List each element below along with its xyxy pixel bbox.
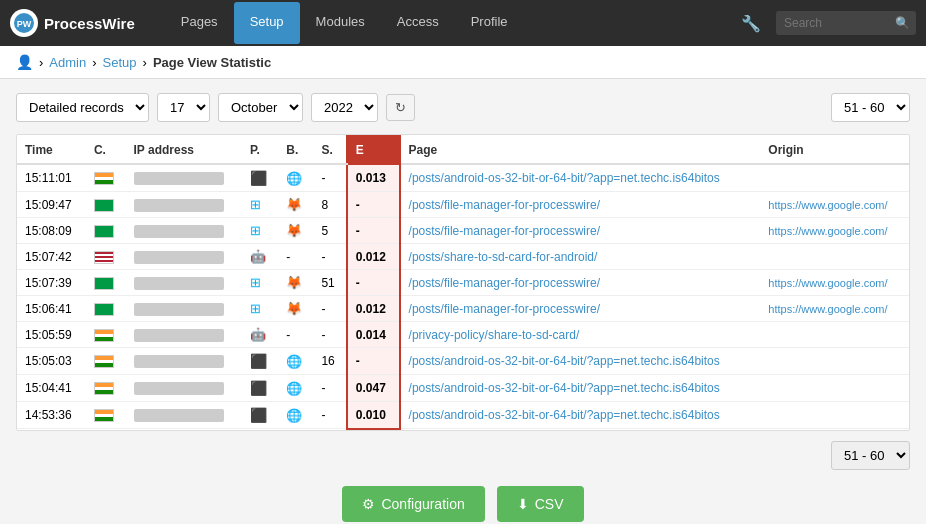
android-icon: ⬛ [250, 407, 267, 423]
cell-platform: ⊞ [242, 192, 278, 218]
ip-address [134, 172, 224, 185]
configuration-button[interactable]: ⚙ Configuration [342, 486, 484, 522]
cell-page[interactable]: /posts/android-os-32-bit-or-64-bit/?app=… [400, 375, 761, 402]
chrome-icon: 🌐 [286, 381, 302, 396]
cell-s: 8 [313, 192, 346, 218]
cell-country [86, 192, 126, 218]
ip-address [134, 303, 224, 316]
nav-modules[interactable]: Modules [300, 2, 381, 44]
col-platform: P. [242, 136, 278, 164]
ip-address [134, 409, 224, 422]
firefox-icon: 🦊 [286, 275, 302, 290]
cell-origin[interactable] [760, 348, 909, 375]
ip-address [134, 382, 224, 395]
day-select[interactable]: 17 [157, 93, 210, 122]
chrome-icon: 🌐 [286, 354, 302, 369]
windows-icon: ⊞ [250, 301, 261, 316]
cell-origin[interactable]: https://www.google.com/ [760, 218, 909, 244]
nav-setup[interactable]: Setup [234, 2, 300, 44]
refresh-button[interactable]: ↻ [386, 94, 415, 121]
pagination-top-right: 51 - 60 1 - 10 11 - 20 21 - 30 31 - 40 4… [831, 93, 910, 122]
firefox-icon: 🦊 [286, 223, 302, 238]
svg-text:PW: PW [17, 19, 32, 29]
cell-country [86, 296, 126, 322]
cell-origin[interactable] [760, 244, 909, 270]
brand: PW ProcessWire [10, 9, 135, 37]
year-select[interactable]: 2022 [311, 93, 378, 122]
csv-button[interactable]: ⬇ CSV [497, 486, 584, 522]
nav-profile[interactable]: Profile [455, 2, 524, 44]
search-wrap: 🔍 [776, 11, 916, 35]
cell-s: - [313, 164, 346, 192]
record-type-select[interactable]: Detailed records Summary [16, 93, 149, 122]
cell-e: 0.012 [347, 296, 400, 322]
cell-browser: - [278, 244, 313, 270]
cell-time: 15:07:42 [17, 244, 86, 270]
bc-current: Page View Statistic [153, 55, 271, 70]
month-select[interactable]: October [218, 93, 303, 122]
col-e: E [347, 136, 400, 164]
navbar: PW ProcessWire Pages Setup Modules Acces… [0, 0, 926, 46]
col-s: S. [313, 136, 346, 164]
nav-pages[interactable]: Pages [165, 2, 234, 44]
cell-origin[interactable] [760, 402, 909, 429]
bottom-bar: ⚙ Configuration ⬇ CSV [16, 486, 910, 525]
nav-links: Pages Setup Modules Access Profile [165, 2, 736, 44]
cell-origin[interactable] [760, 375, 909, 402]
cell-browser: 🦊 [278, 192, 313, 218]
brand-name: ProcessWire [44, 15, 135, 32]
logo-icon: PW [10, 9, 38, 37]
cell-platform: ⬛ [242, 348, 278, 375]
cell-e: - [347, 270, 400, 296]
cell-page[interactable]: /posts/android-os-32-bit-or-64-bit/?app=… [400, 402, 761, 429]
table-wrap: Time C. IP address P. B. S. E Page Origi… [16, 134, 910, 431]
table-row: 15:08:09 ⊞ 🦊 5 - /posts/file-manager-for… [17, 218, 909, 244]
nav-access[interactable]: Access [381, 2, 455, 44]
flag-mz [94, 277, 114, 290]
pagination-top-select[interactable]: 51 - 60 1 - 10 11 - 20 21 - 30 31 - 40 4… [831, 93, 910, 122]
windows-icon: ⊞ [250, 197, 261, 212]
cell-ip [126, 375, 243, 402]
cell-platform: ⬛ [242, 402, 278, 429]
bc-admin[interactable]: Admin [49, 55, 86, 70]
cell-e: - [347, 218, 400, 244]
ip-address [134, 329, 224, 342]
search-icon: 🔍 [895, 16, 910, 30]
wrench-icon[interactable]: 🔧 [736, 9, 766, 38]
cell-page[interactable]: /privacy-policy/share-to-sd-card/ [400, 322, 761, 348]
col-origin: Origin [760, 136, 909, 164]
robot-icon: 🤖 [250, 327, 266, 342]
bc-setup[interactable]: Setup [103, 55, 137, 70]
data-table: Time C. IP address P. B. S. E Page Origi… [17, 135, 909, 430]
cell-page[interactable]: /posts/android-os-32-bit-or-64-bit/?app=… [400, 348, 761, 375]
cell-page[interactable]: /posts/file-manager-for-processwire/ [400, 192, 761, 218]
cell-page[interactable]: /posts/file-manager-for-processwire/ [400, 270, 761, 296]
table-row: 14:53:36 ⬛ 🌐 - 0.010 /posts/android-os-3… [17, 402, 909, 429]
cell-country [86, 348, 126, 375]
flag-in [94, 172, 114, 185]
cell-ip [126, 402, 243, 429]
android-icon: ⬛ [250, 170, 267, 186]
table-row: 15:09:47 ⊞ 🦊 8 - /posts/file-manager-for… [17, 192, 909, 218]
cell-origin[interactable] [760, 164, 909, 192]
cell-page[interactable]: /posts/file-manager-for-processwire/ [400, 296, 761, 322]
cell-origin[interactable]: https://www.google.com/ [760, 270, 909, 296]
flag-mz [94, 199, 114, 212]
cell-page[interactable]: /posts/share-to-sd-card-for-android/ [400, 244, 761, 270]
pagination-bottom-select[interactable]: 51 - 60 1 - 10 11 - 20 21 - 30 31 - 40 4… [831, 441, 910, 470]
cell-s: - [313, 375, 346, 402]
csv-label: CSV [535, 496, 564, 512]
cell-time: 15:05:03 [17, 348, 86, 375]
cell-origin[interactable]: https://www.google.com/ [760, 296, 909, 322]
cell-origin[interactable] [760, 322, 909, 348]
ip-address [134, 355, 224, 368]
cell-page[interactable]: /posts/file-manager-for-processwire/ [400, 218, 761, 244]
ip-address [134, 277, 224, 290]
cell-time: 15:06:41 [17, 296, 86, 322]
flag-in [94, 355, 114, 368]
flag-in [94, 382, 114, 395]
cell-page[interactable]: /posts/android-os-32-bit-or-64-bit/?app=… [400, 164, 761, 192]
ip-address [134, 199, 224, 212]
cell-ip [126, 218, 243, 244]
cell-origin[interactable]: https://www.google.com/ [760, 192, 909, 218]
